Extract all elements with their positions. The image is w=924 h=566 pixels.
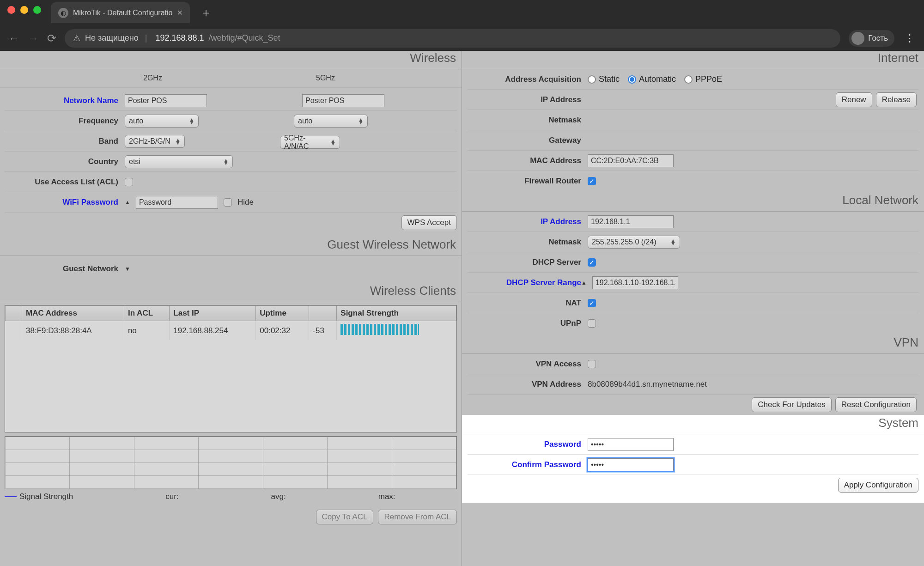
- wifi-password-input[interactable]: [136, 196, 218, 209]
- guest-network-section: Guest Wireless Network: [0, 236, 462, 256]
- release-button[interactable]: Release: [876, 92, 917, 107]
- legend-max: max:: [378, 492, 395, 501]
- new-tab-button[interactable]: ＋: [200, 5, 212, 21]
- network-name-5g-input[interactable]: [302, 94, 384, 107]
- lan-title: Local Network: [842, 193, 918, 207]
- wireless-section-title: Wireless: [0, 51, 462, 69]
- acq-label: Address Acquisition: [468, 75, 588, 84]
- radio-static[interactable]: Static: [588, 74, 620, 84]
- country-select[interactable]: etsi▲▼: [125, 155, 233, 168]
- mac-label: MAC Address: [468, 156, 588, 165]
- acl-buttons: Copy To ACL Remove From ACL: [0, 503, 462, 529]
- vpn-access-checkbox[interactable]: [588, 360, 596, 368]
- remove-from-acl-button[interactable]: Remove From ACL: [378, 510, 457, 524]
- signal-bar-icon: [340, 324, 419, 335]
- dhcp-range-input[interactable]: [592, 276, 678, 289]
- password-label[interactable]: Password: [468, 440, 588, 449]
- dhcp-checkbox[interactable]: ✓: [588, 258, 596, 267]
- network-name-2g-input[interactable]: [125, 94, 207, 107]
- table-row[interactable]: 38:F9:D3:88:28:4A no 192.168.88.254 00:0…: [6, 321, 456, 341]
- firewall-checkbox[interactable]: ✓: [588, 177, 596, 185]
- expand-icon[interactable]: ▼: [125, 266, 130, 272]
- legend-line-icon: [5, 496, 17, 497]
- radio-pppoe[interactable]: PPPoE: [684, 74, 722, 84]
- nat-checkbox[interactable]: ✓: [588, 299, 596, 307]
- address-bar[interactable]: ⚠ Не защищено | 192.168.88.1/webfig/#Qui…: [65, 29, 840, 48]
- guest-network-title: Guest Wireless Network: [327, 237, 456, 252]
- band-2g-select[interactable]: 2GHz-B/G/N▲▼: [125, 135, 185, 148]
- right-column: Internet Address Acquisition Static Auto…: [462, 51, 924, 566]
- confirm-password-input[interactable]: [588, 458, 674, 471]
- password-input[interactable]: [588, 438, 674, 451]
- collapse-icon[interactable]: ▲: [581, 280, 587, 286]
- lan-ip-label[interactable]: IP Address: [468, 217, 588, 226]
- upnp-label: UPnP: [468, 319, 588, 328]
- lan-section: Local Network: [462, 191, 924, 212]
- wps-accept-button[interactable]: WPS Accept: [401, 215, 457, 230]
- firewall-label: Firewall Router: [468, 176, 588, 186]
- reload-icon[interactable]: ⟳: [47, 32, 56, 45]
- minimize-window-icon[interactable]: [20, 6, 28, 14]
- copy-to-acl-button[interactable]: Copy To ACL: [316, 510, 374, 524]
- forward-icon: →: [28, 32, 39, 45]
- lan-netmask-select[interactable]: 255.255.255.0 (/24)▲▼: [588, 236, 680, 249]
- check-updates-button[interactable]: Check For Updates: [752, 397, 831, 412]
- wifi-password-label[interactable]: WiFi Password: [5, 198, 125, 207]
- back-icon[interactable]: ←: [8, 32, 19, 45]
- chrome-menu-icon[interactable]: ⋮: [905, 32, 916, 44]
- window-controls: [7, 6, 41, 14]
- acl-checkbox[interactable]: [125, 178, 133, 186]
- frequency-5g-select[interactable]: auto▲▼: [294, 115, 368, 128]
- radio-automatic[interactable]: Automatic: [628, 74, 676, 84]
- profile-button[interactable]: Гость: [849, 30, 894, 47]
- close-window-icon[interactable]: [7, 6, 15, 14]
- not-secure-icon: ⚠: [73, 33, 80, 43]
- system-section: System Password Confirm Password Apply C…: [462, 415, 924, 503]
- col-acl[interactable]: In ACL: [124, 306, 169, 321]
- hdr-2ghz: 2GHz: [143, 74, 162, 82]
- url-host: 192.168.88.1: [155, 33, 204, 43]
- table-header-row: MAC Address In ACL Last IP Uptime Signal…: [6, 306, 456, 321]
- frequency-label: Frequency: [5, 116, 125, 126]
- acl-label: Use Access List (ACL): [5, 177, 125, 187]
- collapse-icon[interactable]: ▲: [125, 199, 130, 206]
- profile-label: Гость: [868, 34, 888, 43]
- wireless-band-headers: 2GHz 5GHz: [0, 69, 462, 88]
- hide-checkbox[interactable]: [224, 198, 232, 207]
- toolbar: ← → ⟳ ⚠ Не защищено | 192.168.88.1/webfi…: [0, 25, 924, 51]
- lan-ip-input[interactable]: [588, 215, 674, 228]
- tab-title: MikroTik - Default Configuratio: [73, 9, 172, 17]
- confirm-password-label[interactable]: Confirm Password: [468, 460, 588, 469]
- hide-label: Hide: [237, 198, 254, 207]
- cell-signum: -53: [309, 321, 337, 341]
- apply-configuration-button[interactable]: Apply Configuration: [838, 478, 918, 493]
- network-name-label[interactable]: Network Name: [5, 96, 125, 105]
- renew-button[interactable]: Renew: [836, 92, 872, 107]
- legend-cur: cur:: [165, 492, 178, 501]
- col-mac[interactable]: MAC Address: [22, 306, 124, 321]
- mac-input[interactable]: [588, 154, 674, 167]
- tab-favicon-icon: ◐: [58, 8, 68, 18]
- col-lastip[interactable]: Last IP: [170, 306, 256, 321]
- frequency-2g-select[interactable]: auto▲▼: [125, 115, 199, 128]
- close-tab-icon[interactable]: ×: [177, 7, 182, 18]
- lan-netmask-label: Netmask: [468, 237, 588, 247]
- browser-tab[interactable]: ◐ MikroTik - Default Configuratio ×: [51, 2, 190, 23]
- wireless-clients-table: MAC Address In ACL Last IP Uptime Signal…: [5, 305, 457, 432]
- cell-uptime: 00:02:32: [256, 321, 309, 341]
- band-5g-select[interactable]: 5GHz-A/N/AC▲▼: [280, 136, 340, 149]
- system-title: System: [462, 415, 924, 434]
- upnp-checkbox[interactable]: [588, 319, 596, 328]
- internet-grid: Address Acquisition Static Automatic PPP…: [462, 69, 924, 191]
- reset-config-button[interactable]: Reset Configuration: [835, 397, 917, 412]
- maximize-window-icon[interactable]: [33, 6, 41, 14]
- cell-lastip: 192.168.88.254: [170, 321, 256, 341]
- dhcp-range-label[interactable]: DHCP Server Range: [468, 278, 588, 287]
- band-label: Band: [5, 137, 125, 146]
- cell-mac: 38:F9:D3:88:28:4A: [22, 321, 124, 341]
- col-uptime[interactable]: Uptime: [256, 306, 309, 321]
- col-signum[interactable]: [309, 306, 337, 321]
- country-label: Country: [5, 157, 125, 166]
- col-signal[interactable]: Signal Strength: [337, 306, 456, 321]
- nat-label: NAT: [468, 298, 588, 308]
